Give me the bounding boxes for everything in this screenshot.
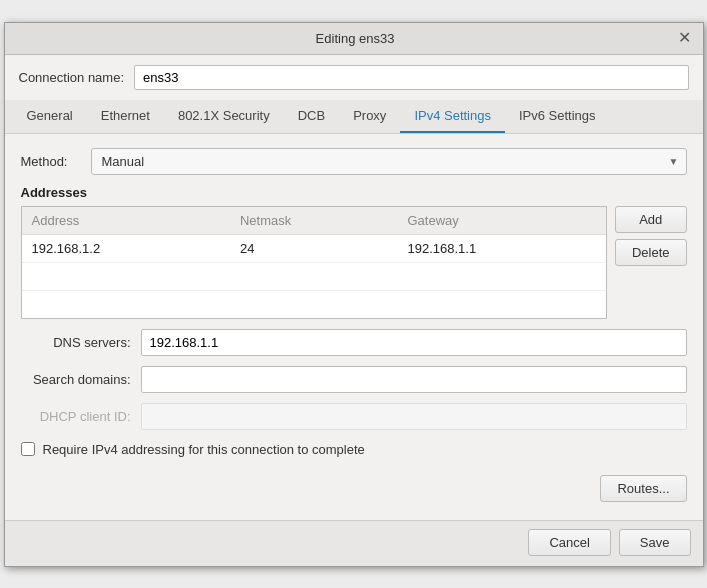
addresses-section: Addresses Address Netmask Gateway (21, 185, 687, 319)
dialog-title: Editing ens33 (35, 31, 676, 46)
addresses-label: Addresses (21, 185, 687, 200)
search-domains-input[interactable] (141, 366, 687, 393)
tab-ipv6-settings[interactable]: IPv6 Settings (505, 100, 610, 133)
content-area: Method: Manual Automatic (DHCP) Link-Loc… (5, 134, 703, 520)
addresses-container: Address Netmask Gateway 192.168.1.2 24 1… (21, 206, 687, 319)
require-ipv4-label: Require IPv4 addressing for this connect… (43, 442, 365, 457)
connection-name-row: Connection name: (5, 55, 703, 100)
addresses-table-wrapper: Address Netmask Gateway 192.168.1.2 24 1… (21, 206, 607, 319)
dialog: Editing ens33 ✕ Connection name: General… (4, 22, 704, 567)
connection-name-input[interactable] (134, 65, 688, 90)
method-row: Method: Manual Automatic (DHCP) Link-Loc… (21, 148, 687, 175)
tab-ethernet[interactable]: Ethernet (87, 100, 164, 133)
tab-general[interactable]: General (13, 100, 87, 133)
table-row-empty (22, 262, 606, 290)
cell-address: 192.168.1.2 (22, 234, 230, 262)
dhcp-client-id-input (141, 403, 687, 430)
table-row: 192.168.1.2 24 192.168.1.1 (22, 234, 606, 262)
table-row-empty2 (22, 290, 606, 318)
dns-servers-label: DNS servers: (21, 335, 131, 350)
tab-dcb[interactable]: DCB (284, 100, 339, 133)
tab-8021x-security[interactable]: 802.1X Security (164, 100, 284, 133)
close-button[interactable]: ✕ (676, 30, 693, 46)
cell-netmask: 24 (230, 234, 398, 262)
addr-buttons: Add Delete (615, 206, 687, 319)
addresses-table-body: 192.168.1.2 24 192.168.1.1 (22, 234, 606, 318)
search-domains-row: Search domains: (21, 366, 687, 393)
require-ipv4-checkbox[interactable] (21, 442, 35, 456)
require-ipv4-row: Require IPv4 addressing for this connect… (21, 442, 687, 457)
connection-name-label: Connection name: (19, 70, 125, 85)
method-label: Method: (21, 154, 81, 169)
dns-servers-row: DNS servers: (21, 329, 687, 356)
col-address: Address (22, 207, 230, 235)
search-domains-label: Search domains: (21, 372, 131, 387)
method-select-wrapper: Manual Automatic (DHCP) Link-Local Only … (91, 148, 687, 175)
dns-servers-input[interactable] (141, 329, 687, 356)
col-gateway: Gateway (397, 207, 605, 235)
add-button[interactable]: Add (615, 206, 687, 233)
method-select[interactable]: Manual Automatic (DHCP) Link-Local Only … (91, 148, 687, 175)
cancel-button[interactable]: Cancel (528, 529, 610, 556)
title-bar: Editing ens33 ✕ (5, 23, 703, 55)
tab-proxy[interactable]: Proxy (339, 100, 400, 133)
routes-button-row: Routes... (21, 467, 687, 506)
addresses-table: Address Netmask Gateway 192.168.1.2 24 1… (22, 207, 606, 318)
addresses-table-head: Address Netmask Gateway (22, 207, 606, 235)
cell-gateway: 192.168.1.1 (397, 234, 605, 262)
dhcp-client-id-row: DHCP client ID: (21, 403, 687, 430)
save-button[interactable]: Save (619, 529, 691, 556)
col-netmask: Netmask (230, 207, 398, 235)
routes-button[interactable]: Routes... (600, 475, 686, 502)
tab-ipv4-settings[interactable]: IPv4 Settings (400, 100, 505, 133)
tabs-bar: General Ethernet 802.1X Security DCB Pro… (5, 100, 703, 134)
dhcp-client-id-label: DHCP client ID: (21, 409, 131, 424)
footer: Cancel Save (5, 520, 703, 566)
delete-button[interactable]: Delete (615, 239, 687, 266)
